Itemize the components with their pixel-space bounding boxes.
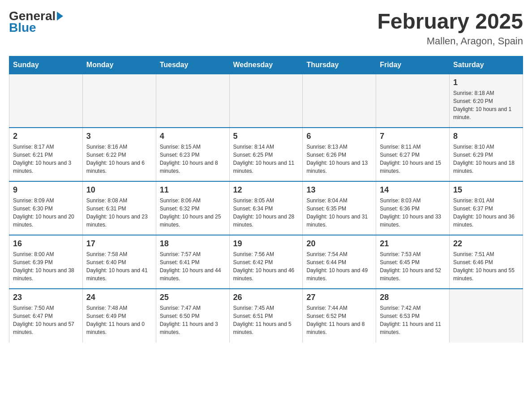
day-cell-w1-d0: 2Sunrise: 8:17 AM Sunset: 6:21 PM Daylig… [9, 128, 83, 181]
day-number: 3 [86, 132, 152, 141]
calendar-body: 1Sunrise: 8:18 AM Sunset: 6:20 PM Daylig… [9, 74, 523, 342]
weekday-row: Sunday Monday Tuesday Wednesday Thursday… [9, 56, 523, 74]
day-info: Sunrise: 7:56 AM Sunset: 6:42 PM Dayligh… [233, 251, 295, 282]
day-info: Sunrise: 8:05 AM Sunset: 6:34 PM Dayligh… [233, 197, 295, 228]
day-number: 18 [160, 239, 226, 248]
calendar-table: Sunday Monday Tuesday Wednesday Thursday… [9, 56, 523, 342]
day-number: 2 [13, 132, 79, 141]
day-cell-w4-d1: 24Sunrise: 7:48 AM Sunset: 6:49 PM Dayli… [82, 289, 156, 342]
header-friday: Friday [376, 56, 450, 74]
day-info: Sunrise: 8:10 AM Sunset: 6:29 PM Dayligh… [453, 144, 515, 174]
day-cell-w3-d6: 22Sunrise: 7:51 AM Sunset: 6:46 PM Dayli… [450, 235, 523, 289]
day-number: 7 [380, 132, 446, 141]
day-number: 22 [453, 239, 519, 248]
day-cell-w0-d6: 1Sunrise: 8:18 AM Sunset: 6:20 PM Daylig… [450, 74, 523, 128]
day-number: 12 [233, 185, 299, 195]
day-info: Sunrise: 8:15 AM Sunset: 6:23 PM Dayligh… [160, 144, 218, 174]
day-number: 9 [13, 185, 79, 195]
day-info: Sunrise: 7:58 AM Sunset: 6:40 PM Dayligh… [86, 251, 148, 282]
logo: General Blue [9, 9, 63, 35]
title-section: February 2025 Mallen, Aragon, Spain [377, 9, 523, 47]
day-info: Sunrise: 8:17 AM Sunset: 6:21 PM Dayligh… [13, 144, 71, 174]
day-info: Sunrise: 8:08 AM Sunset: 6:31 PM Dayligh… [86, 197, 148, 228]
day-number: 19 [233, 239, 299, 248]
day-number: 6 [306, 132, 372, 141]
day-info: Sunrise: 8:06 AM Sunset: 6:32 PM Dayligh… [160, 197, 221, 228]
day-cell-w0-d5 [376, 74, 450, 128]
week-row-4: 23Sunrise: 7:50 AM Sunset: 6:47 PM Dayli… [9, 289, 523, 342]
day-cell-w2-d5: 14Sunrise: 8:03 AM Sunset: 6:36 PM Dayli… [376, 181, 450, 235]
location-subtitle: Mallen, Aragon, Spain [377, 35, 523, 47]
day-info: Sunrise: 7:53 AM Sunset: 6:45 PM Dayligh… [380, 251, 441, 282]
day-info: Sunrise: 8:09 AM Sunset: 6:30 PM Dayligh… [13, 197, 74, 228]
day-cell-w3-d3: 19Sunrise: 7:56 AM Sunset: 6:42 PM Dayli… [229, 235, 303, 289]
day-cell-w2-d3: 12Sunrise: 8:05 AM Sunset: 6:34 PM Dayli… [229, 181, 303, 235]
day-cell-w0-d3 [229, 74, 303, 128]
day-number: 13 [306, 185, 372, 195]
day-info: Sunrise: 7:45 AM Sunset: 6:51 PM Dayligh… [233, 305, 292, 335]
day-number: 11 [160, 185, 226, 195]
day-number: 28 [380, 293, 446, 302]
day-info: Sunrise: 8:00 AM Sunset: 6:39 PM Dayligh… [13, 251, 74, 282]
logo-blue-text: Blue [9, 21, 36, 35]
day-number: 24 [86, 293, 152, 302]
day-cell-w1-d1: 3Sunrise: 8:16 AM Sunset: 6:22 PM Daylig… [82, 128, 156, 181]
day-cell-w2-d1: 10Sunrise: 8:08 AM Sunset: 6:31 PM Dayli… [82, 181, 156, 235]
header-tuesday: Tuesday [156, 56, 229, 74]
day-number: 23 [13, 293, 79, 302]
day-info: Sunrise: 7:50 AM Sunset: 6:47 PM Dayligh… [13, 305, 74, 335]
day-cell-w2-d0: 9Sunrise: 8:09 AM Sunset: 6:30 PM Daylig… [9, 181, 83, 235]
day-info: Sunrise: 7:51 AM Sunset: 6:46 PM Dayligh… [453, 251, 515, 282]
day-cell-w2-d4: 13Sunrise: 8:04 AM Sunset: 6:35 PM Dayli… [303, 181, 376, 235]
day-info: Sunrise: 8:14 AM Sunset: 6:25 PM Dayligh… [233, 144, 295, 174]
day-number: 4 [160, 132, 226, 141]
day-info: Sunrise: 7:48 AM Sunset: 6:49 PM Dayligh… [86, 305, 145, 335]
day-cell-w3-d2: 18Sunrise: 7:57 AM Sunset: 6:41 PM Dayli… [156, 235, 229, 289]
day-cell-w1-d2: 4Sunrise: 8:15 AM Sunset: 6:23 PM Daylig… [156, 128, 229, 181]
day-cell-w3-d5: 21Sunrise: 7:53 AM Sunset: 6:45 PM Dayli… [376, 235, 450, 289]
day-number: 20 [306, 239, 372, 248]
week-row-0: 1Sunrise: 8:18 AM Sunset: 6:20 PM Daylig… [9, 74, 523, 128]
header-saturday: Saturday [450, 56, 523, 74]
week-row-3: 16Sunrise: 8:00 AM Sunset: 6:39 PM Dayli… [9, 235, 523, 289]
header-wednesday: Wednesday [229, 56, 303, 74]
logo-arrow-icon [57, 12, 63, 21]
day-cell-w0-d2 [156, 74, 229, 128]
day-info: Sunrise: 7:42 AM Sunset: 6:53 PM Dayligh… [380, 305, 441, 335]
header-sunday: Sunday [9, 56, 83, 74]
day-info: Sunrise: 7:44 AM Sunset: 6:52 PM Dayligh… [306, 305, 365, 335]
header-thursday: Thursday [303, 56, 376, 74]
day-number: 21 [380, 239, 446, 248]
day-cell-w4-d5: 28Sunrise: 7:42 AM Sunset: 6:53 PM Dayli… [376, 289, 450, 342]
header-monday: Monday [82, 56, 156, 74]
day-number: 5 [233, 132, 299, 141]
day-cell-w3-d0: 16Sunrise: 8:00 AM Sunset: 6:39 PM Dayli… [9, 235, 83, 289]
day-number: 17 [86, 239, 152, 248]
day-info: Sunrise: 8:01 AM Sunset: 6:37 PM Dayligh… [453, 197, 515, 228]
day-cell-w0-d4 [303, 74, 376, 128]
day-info: Sunrise: 7:57 AM Sunset: 6:41 PM Dayligh… [160, 251, 221, 282]
day-cell-w1-d4: 6Sunrise: 8:13 AM Sunset: 6:26 PM Daylig… [303, 128, 376, 181]
day-cell-w0-d0 [9, 74, 83, 128]
day-info: Sunrise: 8:16 AM Sunset: 6:22 PM Dayligh… [86, 144, 145, 174]
day-number: 8 [453, 132, 519, 141]
week-row-1: 2Sunrise: 8:17 AM Sunset: 6:21 PM Daylig… [9, 128, 523, 181]
day-info: Sunrise: 7:54 AM Sunset: 6:44 PM Dayligh… [306, 251, 368, 282]
day-info: Sunrise: 8:11 AM Sunset: 6:27 PM Dayligh… [380, 144, 441, 174]
day-cell-w4-d4: 27Sunrise: 7:44 AM Sunset: 6:52 PM Dayli… [303, 289, 376, 342]
day-info: Sunrise: 7:47 AM Sunset: 6:50 PM Dayligh… [160, 305, 218, 335]
week-row-2: 9Sunrise: 8:09 AM Sunset: 6:30 PM Daylig… [9, 181, 523, 235]
day-number: 15 [453, 185, 519, 195]
day-cell-w0-d1 [82, 74, 156, 128]
day-cell-w1-d3: 5Sunrise: 8:14 AM Sunset: 6:25 PM Daylig… [229, 128, 303, 181]
day-number: 27 [306, 293, 372, 302]
day-number: 25 [160, 293, 226, 302]
calendar-header: Sunday Monday Tuesday Wednesday Thursday… [9, 56, 523, 74]
day-number: 16 [13, 239, 79, 248]
day-cell-w1-d6: 8Sunrise: 8:10 AM Sunset: 6:29 PM Daylig… [450, 128, 523, 181]
day-cell-w4-d6 [450, 289, 523, 342]
day-info: Sunrise: 8:04 AM Sunset: 6:35 PM Dayligh… [306, 197, 368, 228]
day-number: 10 [86, 185, 152, 195]
day-cell-w4-d0: 23Sunrise: 7:50 AM Sunset: 6:47 PM Dayli… [9, 289, 83, 342]
day-info: Sunrise: 8:18 AM Sunset: 6:20 PM Dayligh… [453, 90, 511, 120]
